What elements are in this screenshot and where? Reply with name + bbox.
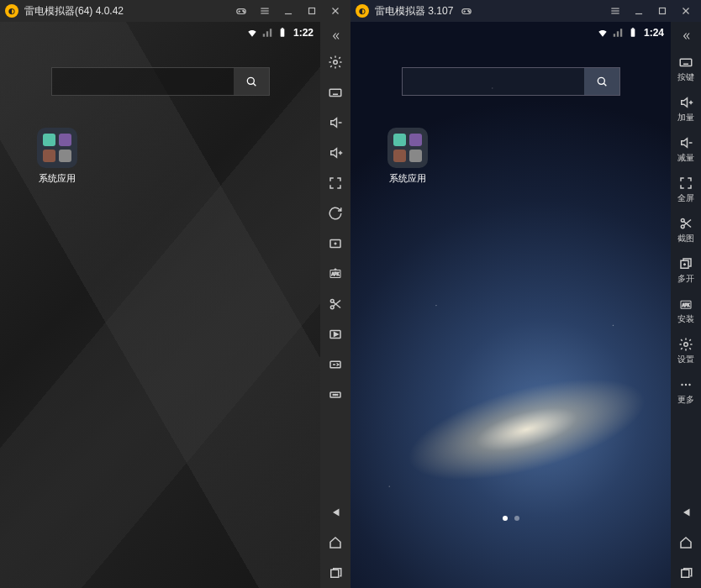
tasks-icon[interactable] [320, 558, 350, 588]
settings-icon[interactable] [320, 47, 350, 77]
back-icon[interactable] [320, 497, 350, 528]
svg-point-32 [330, 299, 334, 302]
screenshot-icon[interactable]: 截图 [671, 208, 701, 249]
keymap-icon[interactable]: 按键 [671, 47, 701, 87]
svg-point-14 [247, 77, 254, 84]
emulator-screen[interactable]: 1:24 系统应用 [350, 22, 671, 588]
window-title: 雷电模拟器(64) 4.0.42 [24, 4, 124, 18]
settings-icon[interactable]: 设置 [671, 329, 701, 370]
system-apps-folder[interactable]: 系统应用 [34, 128, 81, 185]
svg-line-15 [253, 83, 256, 86]
svg-rect-81 [682, 570, 689, 577]
svg-point-80 [688, 384, 690, 386]
maximize-button[interactable] [302, 2, 322, 20]
svg-text:APK: APK [682, 303, 689, 307]
search-button[interactable] [584, 68, 619, 95]
close-button[interactable] [325, 2, 345, 20]
app-logo-icon: ◐ [356, 4, 369, 18]
scissors-icon[interactable] [320, 289, 350, 319]
search-bar[interactable] [51, 67, 270, 96]
minimize-button[interactable] [278, 2, 298, 20]
maximize-button[interactable] [652, 2, 672, 20]
svg-point-16 [334, 60, 338, 65]
svg-rect-12 [281, 29, 285, 36]
window-title: 雷电模拟器 3.107 [375, 4, 453, 18]
folder-label: 系统应用 [34, 172, 81, 185]
clock: 1:22 [293, 27, 314, 39]
gamepad-icon[interactable] [456, 2, 477, 20]
battery-icon [277, 27, 288, 39]
fullscreen-icon[interactable]: 全屏 [671, 168, 701, 208]
back-icon[interactable] [671, 497, 701, 528]
svg-point-77 [684, 343, 688, 347]
svg-rect-57 [632, 28, 634, 29]
svg-point-69 [681, 225, 684, 228]
volume-up-icon[interactable]: 加量 [671, 87, 701, 128]
signal-icon [261, 27, 273, 39]
svg-point-48 [469, 12, 470, 13]
tasks-icon[interactable] [671, 558, 701, 588]
toolbar-sidebar: 按键 加量 减量 全屏 截图 多开 APK安装 设置 更多 [671, 22, 701, 588]
svg-rect-13 [282, 28, 283, 29]
gamepad-icon[interactable] [231, 2, 251, 20]
svg-rect-43 [331, 570, 339, 577]
rotate-icon[interactable] [320, 198, 350, 228]
menu-icon[interactable] [605, 2, 625, 20]
collapse-button[interactable] [671, 25, 701, 47]
svg-text:APK: APK [331, 272, 339, 276]
emulator-window-left: ◐ 雷电模拟器(64) 4.0.42 1:22 系统应用 [0, 0, 350, 588]
folder-icon [387, 128, 428, 168]
more-icon[interactable] [320, 380, 350, 410]
emulator-screen[interactable]: 1:22 系统应用 [0, 22, 320, 588]
svg-point-78 [681, 384, 683, 386]
folder-icon [37, 128, 77, 168]
svg-rect-9 [309, 8, 315, 14]
svg-point-33 [330, 306, 334, 309]
svg-point-58 [598, 77, 604, 84]
svg-point-79 [685, 384, 687, 386]
collapse-button[interactable] [320, 25, 350, 47]
titlebar: ◐ 雷电模拟器(64) 4.0.42 [0, 0, 350, 22]
svg-point-68 [681, 218, 684, 222]
svg-point-40 [333, 394, 334, 395]
menu-icon[interactable] [255, 2, 275, 20]
search-input[interactable] [52, 68, 234, 95]
more-icon[interactable]: 更多 [671, 370, 701, 410]
home-icon[interactable] [671, 528, 701, 558]
emulator-window-right: ◐ 雷电模拟器 3.107 1:24 系统应用 [350, 0, 701, 588]
minimize-button[interactable] [629, 2, 649, 20]
play-icon[interactable] [320, 319, 350, 349]
android-statusbar: 1:22 [0, 22, 320, 44]
signal-icon [612, 27, 624, 39]
volume-down-icon[interactable] [320, 108, 350, 138]
page-indicator [503, 516, 519, 521]
volume-up-icon[interactable] [320, 138, 350, 168]
search-bar[interactable] [402, 67, 620, 96]
system-apps-folder[interactable]: 系统应用 [384, 128, 431, 185]
svg-rect-17 [329, 89, 341, 96]
svg-point-4 [244, 12, 245, 13]
svg-rect-60 [680, 59, 692, 66]
battery-icon [627, 27, 639, 39]
search-button[interactable] [234, 68, 269, 95]
close-button[interactable] [676, 2, 696, 20]
app-logo-icon: ◐ [5, 4, 18, 18]
fullscreen-icon[interactable] [320, 168, 350, 198]
svg-rect-53 [660, 8, 666, 14]
operation-icon[interactable] [320, 349, 350, 380]
search-input[interactable] [403, 68, 584, 95]
keyboard-icon[interactable] [320, 77, 350, 108]
apk-icon[interactable]: APK安装 [671, 289, 701, 329]
clock: 1:24 [644, 27, 664, 39]
screenshot-icon[interactable] [320, 228, 350, 259]
multi-icon[interactable]: 多开 [671, 249, 701, 289]
svg-point-42 [337, 394, 338, 395]
svg-line-59 [603, 83, 606, 86]
apk-icon[interactable]: APK [320, 259, 350, 289]
toolbar-sidebar: APK [320, 22, 350, 588]
svg-rect-56 [631, 29, 635, 36]
wifi-icon [597, 27, 609, 39]
wifi-icon [246, 27, 258, 39]
home-icon[interactable] [320, 528, 350, 558]
volume-down-icon[interactable]: 减量 [671, 128, 701, 168]
